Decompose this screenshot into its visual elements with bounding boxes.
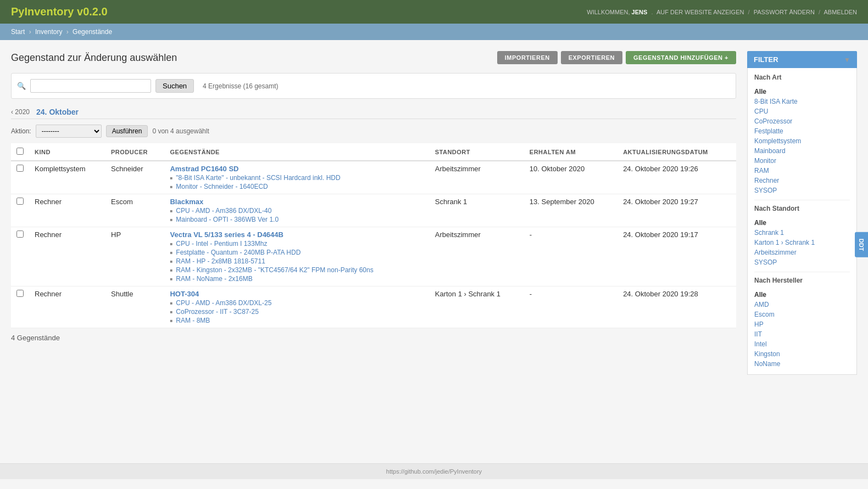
welcome-prefix: WILLKOMMEN, — [587, 9, 630, 15]
table-row: RechnerShuttleHOT-304CPU - AMD - Am386 D… — [11, 286, 736, 328]
date-active[interactable]: 24. Oktober — [36, 108, 79, 116]
filter-item-komplettsystem[interactable]: Komplettsystem — [754, 136, 850, 146]
execute-button[interactable]: Ausführen — [106, 125, 148, 137]
cell-producer: HP — [105, 227, 164, 286]
page-header: Gegenstand zur Änderung auswählen IMPORT… — [11, 51, 736, 64]
selected-count: 0 von 4 ausgewählt — [152, 127, 209, 135]
cell-erhalten: 13. September 2020 — [524, 194, 617, 227]
filter-title: FILTER — [754, 55, 778, 64]
filter-item-cpu[interactable]: CPU — [754, 106, 850, 116]
year-nav-link[interactable]: ‹ 2020 — [11, 108, 30, 116]
row-checkbox-0[interactable] — [16, 165, 24, 172]
action-buttons: IMPORTIEREN EXPORTIEREN GEGENSTAND HINZU… — [497, 51, 736, 64]
filter-item-monitor[interactable]: Monitor — [754, 156, 850, 166]
row-checkbox-2[interactable] — [16, 231, 24, 238]
filter-item-mainboard[interactable]: Mainboard — [754, 146, 850, 156]
filter-item-alle[interactable]: Alle — [754, 218, 850, 228]
filter-standort-title: Nach Standort — [754, 205, 850, 215]
cell-producer: Shuttle — [105, 286, 164, 328]
filter-header: FILTER ▼ — [747, 51, 857, 68]
nav-link-website[interactable]: AUF DER WEBSITE ANZEIGEN — [656, 9, 744, 15]
cell-kind: Rechner — [29, 286, 105, 328]
cell-standort: Karton 1 › Schrank 1 — [430, 286, 524, 328]
nav-link-logout[interactable]: ABMELDEN — [824, 9, 857, 15]
app-title: PyInventory v0.2.0 — [11, 5, 108, 18]
header-standort: STANDORT — [430, 143, 524, 161]
filter-item-escom[interactable]: Escom — [754, 310, 850, 319]
filter-item-coprozessor[interactable]: CoProzessor — [754, 116, 850, 126]
main-container: Gegenstand zur Änderung auswählen IMPORT… — [0, 40, 868, 463]
filter-item-ram[interactable]: RAM — [754, 166, 850, 176]
item-name-link[interactable]: Blackmax — [170, 198, 203, 206]
side-tab[interactable]: DDT — [855, 232, 868, 257]
content-area: Gegenstand zur Änderung auswählen IMPORT… — [11, 51, 736, 452]
filter-item-rechner[interactable]: Rechner — [754, 176, 850, 186]
header-erhalten: ERHALTEN AM — [524, 143, 617, 161]
sub-item-link[interactable]: RAM - HP - 2x8MB 1818-5711 — [176, 257, 265, 265]
cell-standort: Arbeitszimmer — [430, 227, 524, 286]
footer: https://github.com/jedie/PyInventory — [0, 463, 868, 479]
breadcrumb-start[interactable]: Start — [11, 28, 25, 36]
cell-aktualisiert: 24. Oktober 2020 19:27 — [617, 194, 736, 227]
import-button[interactable]: IMPORTIEREN — [497, 51, 558, 64]
cell-name: Vectra VL 5/133 series 4 - D4644BCPU - I… — [164, 227, 429, 286]
table-row: RechnerEscomBlackmaxCPU - AMD - Am386 DX… — [11, 194, 736, 227]
item-name-link[interactable]: Amstrad PC1640 SD — [170, 165, 238, 173]
sub-item-link[interactable]: RAM - NoName - 2x16MB — [176, 275, 252, 283]
filter-item-amd[interactable]: AMD — [754, 300, 850, 310]
filter-item-sysop[interactable]: SYSOP — [754, 186, 850, 195]
sub-item-link[interactable]: Festplatte - Quantum - 240MB P-ATA HDD — [176, 249, 301, 256]
sub-item-link[interactable]: CPU - Intel - Pentium I 133Mhz — [176, 240, 267, 248]
search-input[interactable] — [30, 79, 151, 93]
action-select[interactable]: -------- — [36, 125, 102, 138]
cell-name: BlackmaxCPU - AMD - Am386 DX/DXL-40Mainb… — [164, 194, 429, 227]
filter-item-noname[interactable]: NoName — [754, 359, 850, 369]
sub-item-link[interactable]: CoProzessor - IIT - 3C87-25 — [176, 308, 259, 316]
header: PyInventory v0.2.0 WILLKOMMEN, JENS . AU… — [0, 0, 868, 24]
item-name-link[interactable]: HOT-304 — [170, 290, 199, 298]
header-gegenstaende: GEGENSTÄNDE — [164, 143, 429, 161]
filter-item-intel[interactable]: Intel — [754, 339, 850, 349]
sub-item-link[interactable]: CPU - AMD - Am386 DX/DXL-40 — [176, 207, 271, 215]
filter-section-art: Nach Art Alle8-Bit ISA KarteCPUCoProzess… — [747, 68, 857, 375]
select-all-checkbox[interactable] — [16, 148, 24, 155]
export-button[interactable]: EXPORTIEREN — [561, 51, 622, 64]
sub-item-link[interactable]: CPU - AMD - Am386 DX/DXL-25 — [176, 299, 271, 307]
header-producer: PRODUCER — [105, 143, 164, 161]
breadcrumb-inventory[interactable]: Inventory — [35, 28, 62, 36]
filter-item-festplatte[interactable]: Festplatte — [754, 126, 850, 136]
sub-item-link[interactable]: "8-Bit ISA Karte" - unbekannt - SCSI Har… — [176, 174, 340, 182]
search-button[interactable]: Suchen — [155, 79, 194, 93]
sub-item-link[interactable]: Monitor - Schneider - 1640ECD — [176, 183, 268, 190]
header-kind: KIND — [29, 143, 105, 161]
add-item-button[interactable]: GEGENSTAND HINZUFÜGEN + — [626, 51, 736, 64]
footer-link[interactable]: https://github.com/jedie/PyInventory — [386, 468, 482, 475]
sub-item-link[interactable]: RAM - Kingston - 2x32MB - "KTC4567/64 K2… — [176, 266, 373, 274]
filter-item-hp[interactable]: HP — [754, 319, 850, 329]
nav-link-password[interactable]: PASSWORT ÄNDERN — [754, 9, 815, 15]
filter-item-kingston[interactable]: Kingston — [754, 349, 850, 359]
header-checkbox-cell — [11, 143, 29, 161]
filter-item-karton-1-›-schrank-1[interactable]: Karton 1 › Schrank 1 — [754, 238, 850, 248]
row-checkbox-3[interactable] — [16, 290, 24, 297]
filter-item-alle[interactable]: Alle — [754, 87, 850, 97]
item-name-link[interactable]: Vectra VL 5/133 series 4 - D4644B — [170, 231, 283, 239]
sub-item-link[interactable]: Mainboard - OPTI - 386WB Ver 1.0 — [176, 216, 279, 223]
inventory-table: KIND PRODUCER GEGENSTÄNDE STANDORT ERHAL… — [11, 143, 736, 328]
cell-standort: Arbeitszimmer — [430, 161, 524, 194]
filter-item-iit[interactable]: IIT — [754, 329, 850, 339]
cell-producer: Escom — [105, 194, 164, 227]
cell-name: Amstrad PC1640 SD"8-Bit ISA Karte" - unb… — [164, 161, 429, 194]
sidebar: FILTER ▼ Nach Art Alle8-Bit ISA KarteCPU… — [747, 51, 857, 452]
table-row: RechnerHPVectra VL 5/133 series 4 - D464… — [11, 227, 736, 286]
cell-producer: Schneider — [105, 161, 164, 194]
filter-item-sysop[interactable]: SYSOP — [754, 257, 850, 267]
filter-art-title: Nach Art — [754, 74, 850, 83]
filter-item-arbeitszimmer[interactable]: Arbeitszimmer — [754, 248, 850, 257]
filter-item-alle[interactable]: Alle — [754, 290, 850, 300]
filter-toggle[interactable]: ▼ — [844, 56, 850, 64]
row-checkbox-1[interactable] — [16, 198, 24, 205]
filter-item-8-bit-isa-karte[interactable]: 8-Bit ISA Karte — [754, 97, 850, 106]
sub-item-link[interactable]: RAM - 8MB — [176, 317, 210, 324]
filter-item-schrank-1[interactable]: Schrank 1 — [754, 228, 850, 238]
